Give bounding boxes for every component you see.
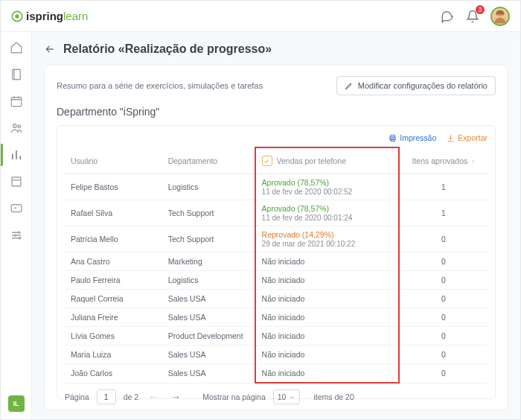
cell-user: Rafael Silva [65,200,162,226]
edit-report-label: Modificar configurações do relatório [358,81,488,90]
body: IL Relatório «Realização de progresso» R… [1,32,520,419]
table-actions: Impressão Exportar [65,133,488,142]
cell-user: João Carlos [65,364,162,384]
print-icon [389,134,397,142]
table-container: Impressão Exportar Usuário Departame [57,125,496,399]
home-icon[interactable] [8,39,25,56]
status-text: Não iniciado [262,313,305,322]
table-row[interactable]: João CarlosSales USANão iniciado0 [65,364,488,384]
svg-point-1 [15,14,19,18]
cell-approved: 1 [399,174,488,200]
users-icon[interactable] [8,120,25,136]
sidebar: IL [1,32,32,419]
table-row[interactable]: Felipe BastosLogisticsAprovado (78,57%)1… [65,174,488,200]
cell-user: Maria Luiza [65,346,162,364]
cell-phone: Não iniciado [255,290,399,308]
show-label: Mostrar na página [202,392,266,401]
sort-up-icon: ↑ [471,157,475,165]
export-link[interactable]: Exportar [447,133,488,142]
svg-point-6 [17,125,20,128]
avatar[interactable] [490,7,510,26]
status-text: Não iniciado [262,276,305,284]
export-label: Exportar [458,133,488,142]
cell-user: Juliana Freire [65,308,162,327]
page-size-select[interactable]: 10 [273,389,301,404]
table-row[interactable]: Rafael SilvaTech SupportAprovado (78,57%… [65,200,488,226]
edit-report-button[interactable]: Modificar configurações do relatório [336,76,496,95]
cell-user: Raquel Correia [65,290,162,308]
cell-approved: 0 [399,271,488,290]
pagination: Página de 2 ← → Mostrar na página 10 ite… [65,389,488,404]
main: Relatório «Realização de progresso» Resu… [32,32,520,419]
status-text: Não iniciado [262,257,305,266]
cell-approved: 0 [399,364,488,384]
prev-page-icon: ← [146,391,161,403]
back-icon[interactable] [44,43,56,55]
status-date: 29 de mar de 2021 00:10:22 [262,240,392,248]
cell-dept: Tech Support [162,200,255,226]
chat-icon[interactable] [440,9,455,24]
report-card: Resumo para a série de exercícios, simul… [44,65,508,410]
next-page-icon[interactable]: → [168,391,183,403]
pencil-icon [345,81,354,90]
topbar: ispring learn 3 [1,1,520,32]
status-text: Reprovado (14,29%) [262,230,334,239]
table-row[interactable]: Paulo FerreiraLogisticsNão iniciado0 [65,271,488,290]
cell-user: Lívia Gomes [65,327,162,346]
col-approved-header[interactable]: Itens aprovados ↑ [399,147,488,174]
cell-phone: Reprovado (14,29%)29 de mar de 2021 00:1… [255,226,399,252]
table-row[interactable]: Juliana FreireSales USANão iniciado0 [65,308,488,327]
progress-table: Usuário Departamento Vendas por telefone [65,147,488,384]
cell-user: Felipe Bastos [65,174,162,200]
cell-phone: Não iniciado [255,327,399,346]
product-logo[interactable]: ispring learn [11,10,88,22]
cell-approved: 0 [399,290,488,308]
workspace-badge[interactable]: IL [8,395,25,412]
message-icon[interactable] [8,200,25,217]
logo-text-suffix: learn [63,10,88,22]
page-input[interactable] [97,389,116,404]
summary-text: Resumo para a série de exercícios, simul… [57,81,263,90]
department-title: Departmento "iSpring" [57,106,496,118]
logo-text-main: ispring [26,10,63,22]
table-row[interactable]: Maria LuizaSales USANão iniciado0 [65,346,488,364]
col-dept-header[interactable]: Departamento [162,147,255,174]
table-row[interactable]: Raquel CorreiaSales USANão iniciado0 [65,290,488,308]
bell-icon[interactable]: 3 [465,9,480,24]
cell-dept: Sales USA [162,290,255,308]
cell-approved: 0 [399,346,488,364]
book-icon[interactable] [8,66,25,83]
calendar-icon[interactable] [8,93,25,109]
col-approved-label: Itens aprovados [412,156,468,165]
cell-approved: 1 [399,200,488,226]
col-user-header[interactable]: Usuário [65,147,162,174]
status-text: Não iniciado [262,350,305,359]
cell-dept: Product Development [162,327,255,346]
archive-icon[interactable] [8,174,25,190]
col-phone-label: Vendas por telefone [277,156,346,165]
items-label: items de 20 [313,392,354,401]
cell-phone: Não iniciado [255,252,399,271]
cell-phone: Aprovado (78,57%)11 de fev de 2020 00:01… [255,200,399,226]
card-top: Resumo para a série de exercícios, simul… [57,76,496,95]
cell-dept: Tech Support [162,226,255,252]
status-text: Aprovado (78,57%) [262,178,329,187]
page-label: Página [65,392,89,401]
cell-user: Ana Castro [65,252,162,271]
status-date: 11 de fev de 2020 00:01:24 [262,214,392,222]
print-link[interactable]: Impressão [389,133,436,142]
col-phone-header[interactable]: Vendas por telefone [255,147,399,174]
export-icon [447,134,455,142]
cell-phone: Não iniciado [255,271,399,290]
topbar-right: 3 [440,7,510,26]
cell-dept: Sales USA [162,308,255,327]
cell-user: Patrícia Mello [65,226,162,252]
table-row[interactable]: Patrícia MelloTech SupportReprovado (14,… [65,226,488,252]
table-row[interactable]: Ana CastroMarketingNão iniciado0 [65,252,488,271]
status-text: Não iniciado [262,294,305,303]
settings-icon[interactable] [8,227,25,244]
reports-icon[interactable] [8,147,25,163]
notif-badge: 3 [476,5,485,14]
table-row[interactable]: Lívia GomesProduct DevelopmentNão inicia… [65,327,488,346]
cell-phone: Não iniciado [255,308,399,327]
